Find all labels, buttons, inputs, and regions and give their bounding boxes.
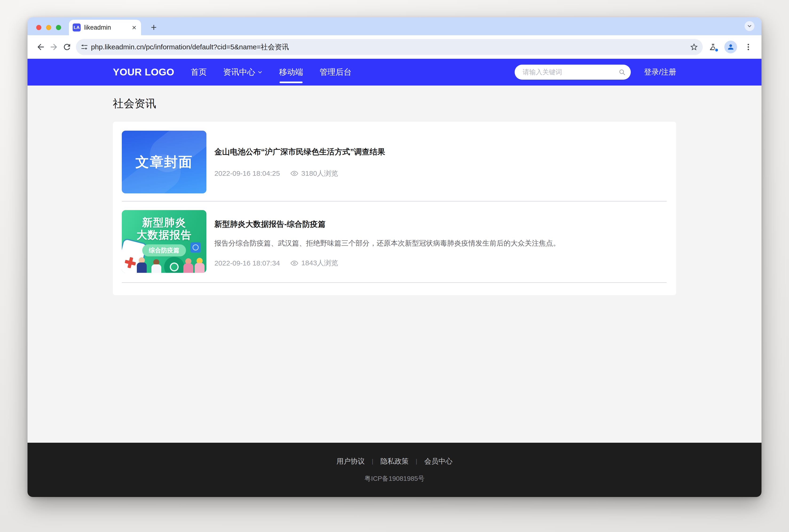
chevron-down-icon [258,70,263,75]
search-icon[interactable] [619,69,626,76]
page-content: 社会资讯 文章封面 金山电池公布“沪广深市民绿色生活方式”调查结果 2022-0… [27,86,762,443]
thumbnail-text: 文章封面 [135,153,193,171]
login-register-link[interactable]: 登录/注册 [644,67,676,77]
site-settings-button[interactable] [78,40,91,54]
nav-item-mobile[interactable]: 移动端 [279,67,303,78]
browser-toolbar: php.likeadmin.cn/pc/information/default?… [27,35,762,59]
views-eye-icon [290,260,298,266]
article-views: 1843人浏览 [290,258,338,268]
thumbnail-text-line1: 新型肺炎 [122,216,206,229]
divider [122,201,667,202]
tab-strip: LA likeadmin × + [27,17,762,35]
article-item[interactable]: 文章封面 金山电池公布“沪广深市民绿色生活方式”调查结果 2022-09-16 … [122,131,667,193]
footer-separator: | [416,458,417,465]
tab-close-icon[interactable]: × [131,24,137,31]
watch-illustration [162,254,187,273]
search-input[interactable] [523,69,619,76]
person-illustration [183,258,193,273]
notification-dot [714,48,719,52]
article-title[interactable]: 金山电池公布“沪广深市民绿色生活方式”调查结果 [214,147,667,156]
kebab-menu-icon [744,43,753,51]
traffic-lights [36,25,61,30]
footer-link-privacy-policy[interactable]: 隐私政策 [380,457,409,466]
forward-button[interactable] [47,40,60,54]
person-icon [727,43,735,51]
browser-tab[interactable]: LA likeadmin × [69,20,141,35]
article-views: 3180人浏览 [290,169,338,178]
reload-button[interactable] [60,40,74,54]
page-title: 社会资讯 [113,96,676,111]
window-zoom-button[interactable] [56,25,61,30]
thumbnail-text-line2: 大数据报告 [122,229,206,241]
divider [122,282,667,283]
site-header: YOUR LOGO 首页 资讯中心 移动端 管理后台 [27,59,762,86]
person-illustration [137,257,147,273]
article-meta: 2022-09-16 18:07:34 1843人浏览 [214,258,667,268]
article-meta: 2022-09-16 18:04:25 3180人浏览 [214,169,667,178]
tab-search-button[interactable] [745,21,754,31]
footer-link-member-center[interactable]: 会员中心 [424,457,453,466]
person-illustration [195,258,205,273]
thumbnail-badge: 综合防疫篇 [142,244,186,256]
tab-title: likeadmin [84,24,128,31]
url-text[interactable]: php.likeadmin.cn/pc/information/default?… [91,42,690,52]
keyword-search[interactable] [515,64,631,80]
bookmark-star-icon[interactable] [690,42,698,52]
fingerprint-illustration [190,242,201,253]
icp-record-number: 粤ICP备19081985号 [364,474,424,483]
nav-item-news-center[interactable]: 资讯中心 [223,67,263,78]
article-thumbnail[interactable]: 新型肺炎 大数据报告 综合防疫篇 [122,210,206,273]
favicon: LA [73,23,81,32]
window-minimize-button[interactable] [46,25,51,30]
reload-icon [62,42,72,52]
nav-item-admin[interactable]: 管理后台 [320,67,352,78]
article-title[interactable]: 新型肺炎大数据报告-综合防疫篇 [214,220,667,229]
views-count: 1843人浏览 [301,258,338,268]
window-close-button[interactable] [36,25,41,30]
article-description: 报告分综合防疫篇、武汉篇、拒绝野味篇三个部分，还原本次新型冠状病毒肺炎疫情发生前… [214,239,667,248]
site-footer: 用户协议 | 隐私政策 | 会员中心 粤ICP备19081985号 [27,443,762,497]
chevron-down-icon [747,23,752,29]
views-count: 3180人浏览 [301,169,338,178]
footer-link-user-agreement[interactable]: 用户协议 [336,457,365,466]
back-button[interactable] [34,40,47,54]
nav-item-home[interactable]: 首页 [191,67,207,78]
tune-icon [81,43,88,51]
article-date: 2022-09-16 18:04:25 [214,169,280,177]
forward-arrow-icon [49,42,59,52]
article-item[interactable]: 新型肺炎 大数据报告 综合防疫篇 新型肺炎大数据报告-综合防疫篇 报告分综合防 [122,210,667,273]
person-illustration [151,259,161,273]
new-tab-button[interactable]: + [148,22,159,33]
browser-menu-button[interactable] [742,40,755,54]
nav-links: 首页 资讯中心 移动端 管理后台 [191,67,352,78]
article-thumbnail[interactable]: 文章封面 [122,131,206,193]
profile-avatar[interactable] [724,41,737,53]
footer-separator: | [372,458,373,465]
browser-window: LA likeadmin × + [27,17,762,497]
address-bar[interactable]: php.likeadmin.cn/pc/information/default?… [76,39,703,55]
article-date: 2022-09-16 18:07:34 [214,259,280,267]
article-list-card: 文章封面 金山电池公布“沪广深市民绿色生活方式”调查结果 2022-09-16 … [113,122,676,295]
footer-links: 用户协议 | 隐私政策 | 会员中心 [336,457,453,466]
site-logo[interactable]: YOUR LOGO [113,66,174,78]
toolbar-right-icons [707,40,755,54]
back-arrow-icon [36,42,45,52]
views-eye-icon [290,170,298,176]
experiments-button[interactable] [707,40,720,54]
